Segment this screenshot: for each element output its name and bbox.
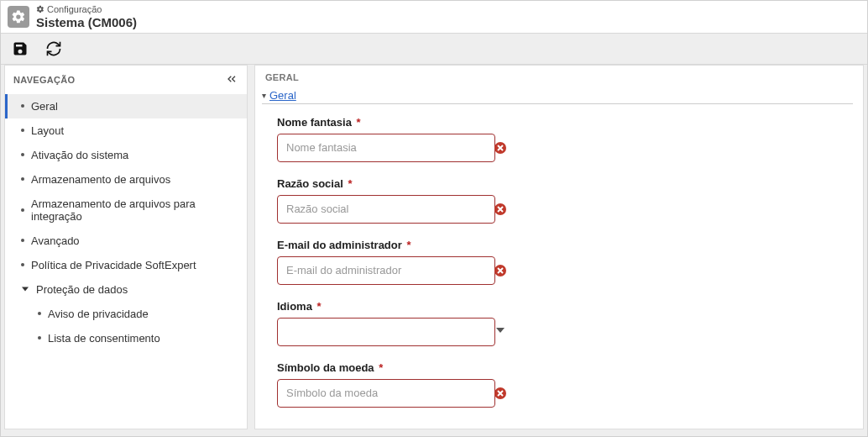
input-wrap (277, 318, 514, 346)
bullet-icon (21, 239, 24, 242)
field-label: E-mail do administrador * (277, 239, 514, 251)
svg-point-1 (494, 142, 506, 154)
svg-marker-4 (496, 328, 505, 333)
field-label: Razão social * (277, 177, 514, 190)
section-title: Geral (269, 89, 296, 102)
input-wrap (277, 256, 514, 285)
sidebar-item-avancado[interactable]: Avançado (5, 229, 247, 253)
chevron-down-icon (495, 325, 505, 338)
page-header: Configuração Sistema (CM006) (1, 1, 867, 33)
save-button[interactable] (11, 39, 29, 58)
field-label: Símbolo da moeda * (277, 361, 514, 374)
panel-title: GERAL (255, 66, 863, 89)
bullet-icon (38, 312, 41, 315)
bullet-icon (21, 208, 24, 212)
sidebar-item-ativacao[interactable]: Ativação do sistema (5, 143, 247, 167)
simbolo-moeda-input[interactable] (277, 379, 495, 408)
error-icon (494, 387, 507, 400)
sidebar-item-geral[interactable]: Geral (5, 94, 247, 118)
toolbar (1, 33, 867, 65)
input-wrap (277, 134, 514, 162)
bullet-icon (21, 263, 24, 266)
field-idioma: Idioma * (277, 300, 514, 346)
panel-scroll[interactable]: ▾ Geral Nome fantasia * (255, 89, 863, 429)
sidebar-item-label: Avançado (31, 234, 80, 247)
form-geral: Nome fantasia * Razão social * (262, 116, 514, 408)
module-icon (8, 6, 29, 28)
sidebar-item-label: Armazenamento de arquivos para integraçã… (31, 197, 238, 223)
bullet-icon (21, 129, 24, 132)
svg-point-5 (494, 387, 506, 399)
app-shell: Configuração Sistema (CM006) NAVEGAÇÃO (0, 0, 868, 437)
error-icon (494, 203, 507, 216)
bullet-icon (21, 104, 24, 108)
sidebar-item-label: Política de Privacidade SoftExpert (31, 259, 196, 271)
required-indicator: * (314, 300, 322, 313)
breadcrumb: Configuração (36, 4, 137, 15)
sidebar-item-lista-consentimento[interactable]: Lista de consentimento (5, 326, 247, 350)
sidebar-item-layout[interactable]: Layout (5, 118, 247, 143)
sidebar-item-label: Armazenamento de arquivos (31, 173, 170, 186)
required-indicator: * (376, 361, 384, 374)
sidebar: NAVEGAÇÃO Geral Layout Ativação do siste… (4, 65, 248, 429)
required-indicator: * (353, 116, 361, 129)
svg-point-3 (494, 265, 506, 276)
caret-down-icon (21, 286, 29, 292)
input-wrap (277, 379, 514, 408)
sidebar-collapse-button[interactable] (225, 72, 238, 87)
main-panel: GERAL ▾ Geral Nome fantasia * (254, 65, 864, 429)
refresh-button[interactable] (44, 39, 63, 58)
sidebar-title: NAVEGAÇÃO (13, 75, 75, 85)
bullet-icon (38, 336, 41, 340)
error-icon (494, 141, 507, 155)
section-header[interactable]: ▾ Geral (262, 89, 853, 104)
svg-point-2 (494, 203, 506, 215)
svg-marker-0 (22, 287, 29, 292)
sidebar-header: NAVEGAÇÃO (5, 66, 247, 94)
sidebar-item-aviso-privacidade[interactable]: Aviso de privacidade (5, 302, 247, 326)
nav-list: Geral Layout Ativação do sistema Armazen… (5, 94, 247, 350)
gear-icon (36, 5, 44, 13)
field-razao-social: Razão social * (277, 177, 514, 224)
sidebar-item-label: Ativação do sistema (31, 149, 128, 161)
required-indicator: * (404, 239, 411, 251)
caret-down-icon: ▾ (262, 91, 266, 100)
required-indicator: * (345, 177, 353, 190)
razao-social-input[interactable] (277, 195, 495, 224)
refresh-icon (45, 40, 62, 57)
breadcrumb-label: Configuração (47, 4, 102, 15)
sidebar-item-label: Proteção de dados (36, 283, 128, 296)
sidebar-item-label: Layout (31, 124, 64, 137)
field-nome-fantasia: Nome fantasia * (277, 116, 514, 162)
idioma-select[interactable] (277, 318, 495, 346)
sidebar-item-politica-privacidade[interactable]: Política de Privacidade SoftExpert (5, 253, 247, 277)
save-icon (12, 40, 29, 57)
body: NAVEGAÇÃO Geral Layout Ativação do siste… (1, 65, 867, 436)
sidebar-item-label: Aviso de privacidade (48, 308, 149, 320)
sidebar-item-label: Geral (31, 100, 58, 113)
field-simbolo-moeda: Símbolo da moeda * (277, 361, 514, 408)
header-text: Configuração Sistema (CM006) (36, 4, 137, 29)
sidebar-item-armazenamento-integracao[interactable]: Armazenamento de arquivos para integraçã… (5, 192, 247, 229)
field-label: Idioma * (277, 300, 514, 313)
error-icon (494, 264, 507, 277)
email-admin-input[interactable] (277, 256, 495, 285)
bullet-icon (21, 177, 24, 181)
chevrons-left-icon (225, 72, 238, 86)
bullet-icon (21, 153, 24, 156)
nome-fantasia-input[interactable] (277, 134, 495, 162)
field-label: Nome fantasia * (277, 116, 514, 129)
field-email-admin: E-mail do administrador * (277, 239, 514, 285)
page-title: Sistema (CM006) (36, 15, 137, 29)
sidebar-item-protecao-dados[interactable]: Proteção de dados (5, 277, 247, 302)
sidebar-item-armazenamento[interactable]: Armazenamento de arquivos (5, 167, 247, 192)
input-wrap (277, 195, 514, 224)
sidebar-item-label: Lista de consentimento (48, 332, 160, 345)
